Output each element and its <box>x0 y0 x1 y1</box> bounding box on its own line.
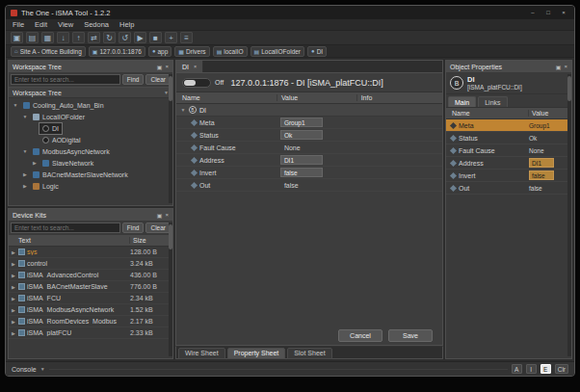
save-icon[interactable]: ▦ <box>41 32 54 43</box>
tree-item-di[interactable]: DI <box>9 122 172 134</box>
menu-view[interactable]: View <box>58 20 73 29</box>
kit-row-fcu[interactable]: ▶iSMA_FCU2.34 kB <box>9 293 172 304</box>
expander-icon[interactable]: ▶ <box>22 171 28 177</box>
tab-property-sheet[interactable]: Property Sheet <box>227 348 286 359</box>
scrollbar[interactable] <box>169 74 172 203</box>
maximize-button[interactable]: □ <box>542 8 554 17</box>
refresh-icon[interactable]: ↻ <box>103 32 116 43</box>
tab-wire-sheet[interactable]: Wire Sheet <box>178 348 225 359</box>
dock-icon[interactable]: ▣ <box>556 64 562 70</box>
play-icon[interactable]: ▶ <box>134 32 146 43</box>
property-value-field[interactable]: DI1 <box>280 155 323 165</box>
kit-row-advancedcontrol[interactable]: ▶iSMA_AdvancedControl436.00 B <box>9 270 172 281</box>
console-filter-error-button[interactable]: E <box>540 364 551 374</box>
kit-row-roomdevices[interactable]: ▶iSMA_RoomDevices_Modbus2.17 kB <box>9 316 172 327</box>
kit-row-bacnetmasterslave[interactable]: ▶iSMA_BACnetMasterSlave776.00 B <box>9 281 172 293</box>
close-icon[interactable]: × <box>194 64 197 69</box>
dock-icon[interactable]: ▣ <box>157 212 163 219</box>
status-toggle[interactable] <box>182 78 211 88</box>
expander-icon[interactable]: ▶ <box>22 183 28 189</box>
console-filter-all-button[interactable]: A <box>512 364 522 374</box>
tree-item-localiofolder[interactable]: ▼LocalIOFolder <box>9 111 172 122</box>
menu-icon[interactable]: ≡ <box>180 32 193 43</box>
console-clear-button[interactable]: Clr <box>555 364 568 374</box>
tree-item-modbusasyncnetwork[interactable]: ▼ModbusAsyncNetwork <box>9 145 172 157</box>
workspace-tree-section-header[interactable]: Workspace Tree ▼ <box>9 87 172 98</box>
breadcrumb-drivers[interactable]: ▦Drivers <box>174 46 209 57</box>
scrollbar[interactable] <box>567 74 571 356</box>
kit-row-sys[interactable]: ▶sys128.00 B <box>9 247 172 258</box>
scrollbar[interactable] <box>169 222 172 356</box>
property-row-meta[interactable]: Meta Group1 <box>176 117 442 129</box>
minimize-button[interactable]: – <box>527 8 539 17</box>
group-row-di[interactable]: ▼ B DI <box>176 104 442 117</box>
breadcrumb-di[interactable]: ●DI <box>307 46 327 57</box>
scrollbar-thumb[interactable] <box>169 76 172 101</box>
property-row-invert[interactable]: Invert false <box>176 167 442 179</box>
column-name[interactable]: Name <box>446 110 529 117</box>
tree-item-bacnetmasterslavenetwork[interactable]: ▶BACnetMasterSlaveNetwork <box>9 169 172 180</box>
tree-item-logic[interactable]: ▶Logic <box>9 180 172 192</box>
menu-sedona[interactable]: Sedona <box>84 20 109 29</box>
column-text[interactable]: Text <box>9 237 130 244</box>
expander-icon[interactable]: ▶ <box>11 249 16 255</box>
chevron-down-icon[interactable]: ▼ <box>40 366 45 372</box>
stop-icon[interactable]: ■ <box>149 32 162 43</box>
open-folder-icon[interactable]: ▤ <box>26 32 39 43</box>
column-value[interactable]: Value <box>277 94 357 101</box>
kit-row-platfcu[interactable]: ▶iSMA_platFCU2.33 kB <box>9 327 172 339</box>
close-icon[interactable]: × <box>165 212 169 218</box>
tree-item-slavenetwork[interactable]: ▶SlaveNetwork <box>9 157 172 169</box>
close-icon[interactable]: × <box>564 64 567 69</box>
tab-main[interactable]: Main <box>448 96 476 107</box>
expander-icon[interactable]: ▼ <box>13 102 18 108</box>
property-row-status[interactable]: Status Ok <box>176 129 442 142</box>
object-row-faultcause[interactable]: Fault Cause None <box>446 144 571 157</box>
clear-button[interactable]: Clear <box>145 222 171 233</box>
menu-file[interactable]: File <box>13 20 24 29</box>
workspace-icon[interactable]: ▣ <box>11 32 23 43</box>
breadcrumb-app[interactable]: ●app <box>148 46 171 57</box>
expander-icon[interactable]: ▶ <box>11 261 16 267</box>
scrollbar-thumb[interactable] <box>567 76 571 101</box>
object-row-status[interactable]: Status Ok <box>446 132 571 144</box>
search-input[interactable] <box>11 222 120 233</box>
column-name[interactable]: Name <box>176 94 277 101</box>
expander-icon[interactable]: ▶ <box>11 319 16 325</box>
breadcrumb-localio[interactable]: ▤localIO <box>213 46 248 57</box>
kit-row-control[interactable]: ▶control3.24 kB <box>9 258 172 270</box>
property-row-address[interactable]: Address DI1 <box>176 154 442 167</box>
column-value[interactable]: Value <box>529 110 571 117</box>
expander-icon[interactable]: ▶ <box>11 330 16 336</box>
tab-di[interactable]: DI × <box>176 61 203 72</box>
menu-help[interactable]: Help <box>119 20 134 29</box>
download-icon[interactable]: ↓ <box>57 32 69 43</box>
expander-icon[interactable]: ▼ <box>22 114 28 119</box>
tree-item-cooling-auto-man-bin[interactable]: ▼Cooling_Auto_Man_Bin <box>9 99 172 111</box>
breadcrumb-localiofolder[interactable]: ▤LocalIOFolder <box>250 46 305 57</box>
object-row-meta[interactable]: Meta Group1 <box>446 119 571 132</box>
expander-icon[interactable]: ▼ <box>180 107 186 113</box>
expander-icon[interactable]: ▼ <box>22 148 28 154</box>
property-value-field[interactable]: Ok <box>280 130 323 140</box>
tab-slot-sheet[interactable]: Slot Sheet <box>287 348 331 359</box>
property-row-out[interactable]: Out false <box>176 179 442 192</box>
close-icon[interactable]: × <box>165 64 169 69</box>
console-filter-info-button[interactable]: I <box>526 364 537 374</box>
upload-icon[interactable]: ↑ <box>72 32 85 43</box>
find-button[interactable]: Find <box>122 222 145 233</box>
scrollbar-thumb[interactable] <box>169 224 172 249</box>
expander-icon[interactable]: ▶ <box>11 273 16 278</box>
tree-item-aodigital[interactable]: AODigital <box>9 134 172 145</box>
add-icon[interactable]: + <box>165 32 177 43</box>
object-row-invert[interactable]: Invert false <box>446 170 571 182</box>
breadcrumb-site[interactable]: ⌂Site A - Office Building <box>11 46 86 57</box>
search-input[interactable] <box>11 74 120 85</box>
column-info[interactable]: Info <box>357 94 442 101</box>
property-value-field[interactable]: Group1 <box>280 118 323 127</box>
tab-links[interactable]: Links <box>478 96 507 107</box>
column-size[interactable]: Size <box>130 237 172 244</box>
expander-icon[interactable]: ▶ <box>11 284 16 290</box>
menu-edit[interactable]: Edit <box>35 20 47 29</box>
property-value-field[interactable]: false <box>280 168 323 177</box>
